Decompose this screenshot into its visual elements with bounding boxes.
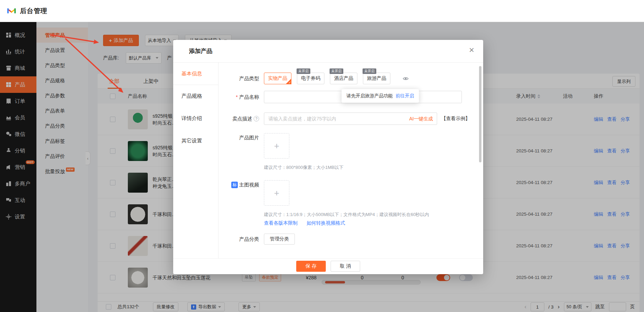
convert-format-link[interactable]: 如何转换视频格式	[307, 220, 345, 226]
selling-point-label: 卖点描述	[232, 116, 252, 122]
ai-generate-link[interactable]: AI一键生成	[409, 112, 433, 125]
travel-product-tooltip: 请先开启旅游产品功能 前往开启	[342, 89, 419, 103]
product-category-label: 产品分类	[219, 236, 259, 243]
app-title: 后台管理	[20, 7, 47, 15]
image-size-hint: 建议尺寸：800*800像素；大小1MB以下	[264, 164, 343, 171]
main-video-label: 主图视频	[239, 182, 259, 188]
view-example-link[interactable]: 【查看示例】	[441, 116, 470, 122]
modal-nav: 基本信息 产品规格 详情介绍 其它设置	[173, 63, 219, 258]
product-type-label: 产品类型	[219, 75, 259, 82]
tooltip-text: 请先开启旅游产品功能	[346, 93, 393, 99]
modal-body: 基本信息 产品规格 详情介绍 其它设置 产品类型 实物产品 ✓ 未开启	[173, 63, 483, 258]
modal-tab-other-settings[interactable]: 其它设置	[173, 130, 218, 152]
video-upload-box[interactable]: +	[264, 180, 289, 206]
check-icon: ✓	[288, 81, 291, 84]
cancel-button[interactable]: 取 消	[331, 261, 360, 272]
type-label: 电子券码	[301, 75, 320, 82]
type-travel-button[interactable]: 未开启 旅游产品	[363, 73, 390, 84]
type-evoucher-button[interactable]: 未开启 电子券码	[297, 73, 324, 84]
modal-tab-details[interactable]: 详情介绍	[173, 107, 218, 130]
not-enabled-badge: 未开启	[297, 68, 310, 74]
type-hotel-button[interactable]: 未开启 酒店产品	[330, 73, 357, 84]
add-product-modal: 添加产品 × 基本信息 产品规格 详情介绍 其它设置 产品类型 实物产品 ✓	[173, 40, 483, 274]
save-button[interactable]: 保 存	[296, 261, 326, 272]
product-images-label: 产品图片	[219, 135, 259, 141]
not-enabled-badge: 未开启	[330, 68, 343, 74]
modal-tab-basic-info[interactable]: 基本信息	[173, 63, 218, 85]
version-limits-link[interactable]: 查看各版本限制	[264, 220, 298, 226]
modal-scrollbar-thumb[interactable]	[479, 66, 481, 162]
required-mark: *	[236, 94, 238, 100]
product-name-label: 产品名称	[239, 94, 259, 100]
type-label: 旅游产品	[367, 75, 386, 82]
manage-categories-button[interactable]: 管理分类	[264, 234, 295, 245]
upload-plus-icon: +	[274, 141, 279, 151]
eye-icon[interactable]	[403, 76, 409, 81]
type-physical-button[interactable]: 实物产品 ✓	[264, 73, 291, 84]
top-bar: 后台管理	[0, 0, 644, 22]
type-label: 酒店产品	[334, 75, 353, 82]
mark-badge: 标	[231, 182, 238, 188]
modal-footer: 保 存 取 消	[173, 258, 483, 274]
close-icon[interactable]: ×	[469, 45, 474, 54]
not-enabled-badge: 未开启	[363, 68, 376, 74]
video-size-hint: 建议尺寸：1:1/16:9；大小500MB以下；文件格式为MP4；建议视频时长在…	[264, 212, 429, 218]
modal-title: 添加产品	[189, 47, 212, 55]
help-icon[interactable]: ?	[254, 116, 259, 121]
type-label: 实物产品	[268, 75, 287, 82]
modal-form: 产品类型 实物产品 ✓ 未开启 电子券码 未开启	[219, 63, 483, 258]
modal-header: 添加产品 ×	[173, 40, 483, 63]
enable-link[interactable]: 前往开启	[396, 93, 414, 99]
image-upload-box[interactable]: +	[264, 133, 289, 159]
gmail-m-logo-icon	[7, 7, 16, 14]
modal-tab-product-specs[interactable]: 产品规格	[173, 85, 218, 107]
page: 后台管理 概况 统计 商城 产品 订单 会员 微信	[0, 0, 644, 312]
upload-plus-icon: +	[274, 188, 279, 198]
